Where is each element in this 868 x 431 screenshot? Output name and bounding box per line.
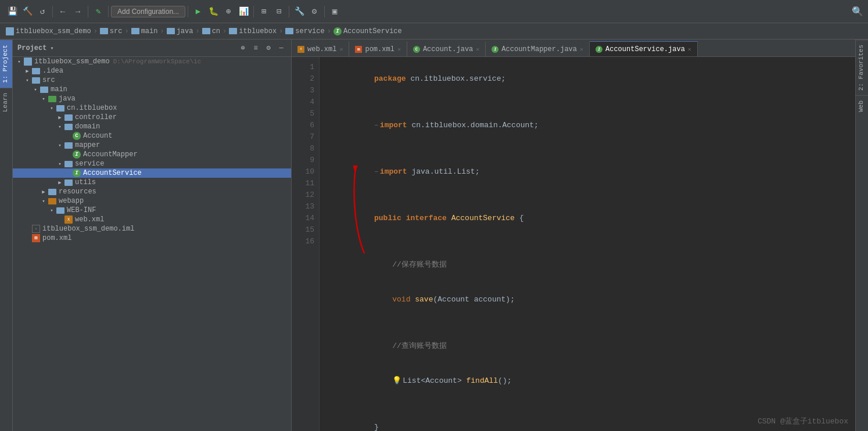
tree-item-pomxml[interactable]: m pom.xml bbox=[13, 234, 291, 243]
tree-arrow-resources[interactable]: ▶ bbox=[40, 188, 48, 196]
tree-arrow-service[interactable]: ▾ bbox=[56, 160, 64, 168]
tree-item-resources[interactable]: ▶ resources bbox=[13, 187, 291, 196]
panel-collapse-icon[interactable]: ≡ bbox=[250, 43, 261, 53]
tree-item-mapper[interactable]: ▾ mapper bbox=[13, 141, 291, 150]
tree-item-root[interactable]: ▾ itbluebox_ssm_demo D:\AProgramWorkSpac… bbox=[13, 57, 291, 66]
tab-close-pomxml[interactable]: ✕ bbox=[397, 46, 401, 53]
annotate-icon[interactable]: ✎ bbox=[92, 5, 105, 18]
save-icon[interactable]: 💾 bbox=[6, 5, 19, 18]
sidebar-tab-learn[interactable]: Learn bbox=[0, 88, 12, 117]
coverage-icon[interactable]: ⊕ bbox=[222, 5, 235, 18]
tree-item-webapp[interactable]: ▾ webapp bbox=[13, 196, 291, 206]
breadcrumb-sep-0: › bbox=[94, 27, 98, 35]
breadcrumb-accountservice-label[interactable]: AccountService bbox=[343, 27, 402, 35]
tree-arrow-java[interactable]: ▾ bbox=[40, 95, 48, 103]
tab-close-webxml[interactable]: ✕ bbox=[339, 46, 343, 53]
tree-item-java[interactable]: ▾ java bbox=[13, 94, 291, 103]
run-icon[interactable]: ▶ bbox=[192, 5, 205, 18]
breadcrumb-java-label[interactable]: java bbox=[177, 27, 193, 35]
tab-account[interactable]: C Account.java ✕ bbox=[407, 41, 486, 56]
tree-item-accountservice[interactable]: I AccountService bbox=[13, 168, 291, 178]
breadcrumb-cn-label[interactable]: cn bbox=[212, 27, 220, 35]
layout-icon[interactable]: ⊞ bbox=[257, 5, 270, 18]
add-config-button[interactable]: Add Configuration... bbox=[111, 6, 185, 17]
back-icon[interactable]: ← bbox=[56, 5, 69, 18]
tree-arrow-domain[interactable]: ▾ bbox=[56, 123, 64, 131]
layout2-icon[interactable]: ⊟ bbox=[272, 5, 285, 18]
tree-item-main[interactable]: ▾ main bbox=[13, 85, 291, 94]
tree-arrow-webapp[interactable]: ▾ bbox=[40, 197, 48, 205]
tree-label-webxml: web.xml bbox=[75, 216, 104, 224]
tree-arrow-root[interactable]: ▾ bbox=[15, 58, 23, 66]
tab-close-accountservice[interactable]: ✕ bbox=[688, 46, 691, 53]
tree-arrow-utils[interactable]: ▶ bbox=[56, 178, 64, 186]
sidebar-tab-web[interactable]: Web bbox=[856, 95, 868, 117]
tree-arrow-mapper[interactable]: ▾ bbox=[56, 141, 64, 149]
panel-title: Project bbox=[17, 44, 46, 52]
tree-arrow-idea[interactable]: ▶ bbox=[23, 67, 31, 75]
refresh-icon[interactable]: ↺ bbox=[36, 5, 49, 18]
code-line-8 bbox=[329, 236, 855, 247]
tab-accountservice[interactable]: I AccountService.java ✕ bbox=[590, 41, 698, 56]
breadcrumb-src-label[interactable]: src bbox=[110, 27, 123, 35]
tab-icon-accountmapper: I bbox=[492, 46, 498, 53]
tab-close-accountmapper[interactable]: ✕ bbox=[580, 46, 583, 53]
tools-icon[interactable]: 🔧 bbox=[293, 5, 306, 18]
code-editor[interactable]: 1 2 3 4 5 6 7 8 9 10 11 12 13 14 15 16 bbox=[292, 57, 855, 431]
tree-item-utils[interactable]: ▶ utils bbox=[13, 178, 291, 187]
tree-arrow-iml bbox=[23, 225, 31, 233]
tree-item-iml[interactable]: ▫ itbluebox_ssm_demo.iml bbox=[13, 224, 291, 234]
layout3-icon[interactable]: ▣ bbox=[328, 5, 341, 18]
tree-arrow-webinf[interactable]: ▾ bbox=[48, 206, 56, 214]
settings2-icon[interactable]: ⚙ bbox=[308, 5, 321, 18]
profile-icon[interactable]: 📊 bbox=[237, 5, 250, 18]
tree-arrow-cn[interactable]: ▾ bbox=[48, 104, 56, 112]
sidebar-tab-favorites[interactable]: 2: Favorites bbox=[856, 39, 868, 95]
breadcrumb-sep-5: › bbox=[279, 27, 283, 35]
tree-arrow-pomxml bbox=[23, 234, 31, 242]
panel-locate-icon[interactable]: ⊕ bbox=[238, 43, 248, 53]
tree-label-resources: resources bbox=[59, 188, 96, 196]
breadcrumb-java: java bbox=[167, 27, 193, 35]
debug-icon[interactable]: 🐛 bbox=[207, 5, 220, 18]
tab-close-account[interactable]: ✕ bbox=[476, 46, 479, 53]
build-icon[interactable]: 🔨 bbox=[21, 5, 34, 18]
tree-icon-root bbox=[23, 58, 33, 66]
tree-label-mapper: mapper bbox=[75, 141, 100, 149]
tree-item-controller[interactable]: ▶ controller bbox=[13, 113, 291, 122]
panel-settings-icon[interactable]: ⚙ bbox=[263, 43, 274, 53]
tree-item-service[interactable]: ▾ service bbox=[13, 159, 291, 168]
search-icon[interactable]: 🔍 bbox=[852, 6, 863, 17]
tab-webxml[interactable]: X web.xml ✕ bbox=[292, 41, 349, 56]
tab-accountmapper[interactable]: I AccountMapper.java ✕ bbox=[486, 41, 590, 56]
tree-label-domain: domain bbox=[75, 123, 100, 131]
tree-item-accountmapper[interactable]: I AccountMapper bbox=[13, 150, 291, 159]
breadcrumb-service-label[interactable]: service bbox=[295, 27, 324, 35]
tree-arrow-main[interactable]: ▾ bbox=[31, 85, 40, 94]
sidebar-tab-project[interactable]: 1: Project bbox=[0, 39, 12, 88]
tab-pomxml[interactable]: m pom.xml ✕ bbox=[349, 41, 407, 56]
tree-item-domain[interactable]: ▾ domain bbox=[13, 122, 291, 131]
tree-item-account[interactable]: C Account bbox=[13, 131, 291, 141]
tree-item-idea[interactable]: ▶ .idea bbox=[13, 66, 291, 76]
breadcrumb-main-label[interactable]: main bbox=[141, 27, 158, 35]
tree-item-webinf[interactable]: ▾ WEB-INF bbox=[13, 206, 291, 215]
tree-item-webxml[interactable]: X web.xml bbox=[13, 215, 291, 224]
forward-icon[interactable]: → bbox=[71, 5, 84, 18]
panel-minimize-icon[interactable]: — bbox=[276, 43, 286, 53]
tree-arrow-src[interactable]: ▾ bbox=[23, 76, 31, 84]
code-content[interactable]: package cn.itbluebox.service; –import cn… bbox=[320, 57, 855, 431]
tree-label-src: src bbox=[42, 76, 55, 84]
tree-arrow-controller[interactable]: ▶ bbox=[56, 113, 64, 121]
breadcrumb-itbluebox-label[interactable]: itbluebox bbox=[239, 27, 277, 35]
tree-arrow-accountservice bbox=[64, 169, 72, 177]
toolbar-sep-5 bbox=[253, 6, 254, 17]
breadcrumb-sep-6: › bbox=[327, 27, 331, 35]
tree-item-src[interactable]: ▾ src bbox=[13, 76, 291, 85]
panel-chevron-icon: ▾ bbox=[50, 45, 53, 52]
code-line-10: void save(Account account); bbox=[329, 282, 855, 317]
breadcrumb-project-label[interactable]: itbluebox_ssm_demo bbox=[16, 27, 91, 35]
tree-item-cn[interactable]: ▾ cn.itbluebox bbox=[13, 103, 291, 113]
tree-icon-domain bbox=[64, 123, 73, 131]
tree-label-accountmapper: AccountMapper bbox=[83, 150, 138, 159]
